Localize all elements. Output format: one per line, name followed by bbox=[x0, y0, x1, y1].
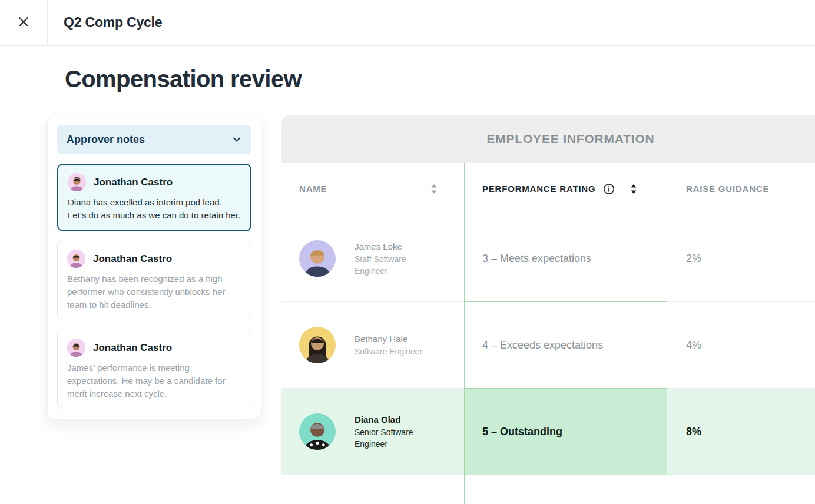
chevron-down-icon bbox=[231, 134, 242, 145]
next-column-cell bbox=[799, 215, 815, 302]
note-text: Diana has excelled as interim pod lead. … bbox=[68, 196, 241, 222]
table-row[interactable] bbox=[281, 475, 815, 504]
sort-icon[interactable] bbox=[630, 184, 637, 194]
raise-value: 2% bbox=[686, 253, 701, 265]
rating-value: 4 – Exceeds expectations bbox=[482, 339, 603, 352]
raise-guidance-cell: 4% bbox=[667, 302, 799, 389]
performance-rating-cell bbox=[464, 475, 667, 504]
compensation-review-screen: Q2 Comp Cycle Compensation review Approv… bbox=[0, 0, 815, 504]
employee-title: Senior Software Engineer bbox=[355, 426, 438, 450]
employee-title: Software Engineer bbox=[355, 346, 422, 357]
avatar bbox=[68, 173, 86, 191]
note-text: Bethany has been recognized as a high pe… bbox=[67, 273, 241, 311]
close-button[interactable] bbox=[0, 0, 48, 46]
note-card[interactable]: Jonathan Castro Diana has excelled as in… bbox=[57, 164, 251, 231]
avatar bbox=[299, 413, 336, 450]
avatar bbox=[299, 327, 336, 363]
table-row[interactable]: Bethany Hale Software Engineer 4 – Excee… bbox=[281, 302, 815, 389]
column-header-performance-rating[interactable]: PERFORMANCE RATING bbox=[464, 163, 667, 215]
note-card[interactable]: Jonathan Castro Bethany has been recogni… bbox=[57, 241, 251, 320]
table-row[interactable]: James Loke Staff Software Engineer 3 – M… bbox=[281, 215, 815, 302]
name-column-label: NAME bbox=[299, 184, 327, 194]
column-header-name[interactable]: NAME bbox=[281, 163, 464, 215]
approver-notes-toggle[interactable]: Approver notes bbox=[57, 125, 251, 154]
employee-name: Bethany Hale bbox=[355, 333, 422, 346]
performance-rating-cell[interactable]: 4 – Exceeds expectations bbox=[464, 302, 667, 389]
raise-guidance-cell: 8% bbox=[667, 389, 799, 475]
column-header-next bbox=[799, 163, 815, 215]
next-column-cell bbox=[799, 389, 815, 475]
raise-value: 8% bbox=[686, 426, 701, 438]
cycle-title: Q2 Comp Cycle bbox=[64, 15, 162, 31]
raise-guidance-column-label: RAISE GUIDANCE bbox=[686, 184, 769, 194]
group-header-label: EMPLOYEE INFORMATION bbox=[486, 132, 654, 146]
rating-value: 5 – Outstanding bbox=[482, 426, 562, 438]
note-author: Jonathan Castro bbox=[94, 177, 173, 188]
employee-name: Diana Glad bbox=[355, 413, 438, 426]
performance-rating-column-label: PERFORMANCE RATING bbox=[482, 184, 595, 194]
performance-rating-cell[interactable]: 5 – Outstanding bbox=[464, 389, 667, 475]
approver-notes-label: Approver notes bbox=[67, 134, 145, 146]
avatar bbox=[67, 250, 85, 268]
approver-notes-panel: Approver notes Jonathan Castro Diana has… bbox=[47, 115, 261, 419]
page-title: Compensation review bbox=[65, 66, 302, 92]
avatar bbox=[67, 339, 85, 357]
employee-name: James Loke bbox=[355, 240, 438, 253]
performance-rating-cell[interactable]: 3 – Meets expectations bbox=[464, 215, 667, 302]
next-column-cell bbox=[799, 302, 815, 389]
raise-value: 4% bbox=[686, 339, 701, 352]
note-author: Jonathan Castro bbox=[93, 342, 172, 354]
avatar bbox=[299, 240, 336, 277]
table-header-row: NAME PERFORMANCE RATING RAISE GUIDANCE bbox=[281, 163, 815, 215]
sort-icon[interactable] bbox=[430, 184, 438, 194]
rating-value: 3 – Meets expectations bbox=[482, 253, 591, 265]
top-bar: Q2 Comp Cycle bbox=[0, 0, 815, 46]
raise-guidance-cell: 2% bbox=[667, 215, 799, 302]
x-icon bbox=[17, 15, 30, 31]
table-row-highlighted[interactable]: Diana Glad Senior Software Engineer 5 – … bbox=[281, 389, 815, 475]
note-text: James’ performance is meeting expectatio… bbox=[67, 362, 241, 400]
table-group-header: EMPLOYEE INFORMATION bbox=[281, 115, 815, 163]
note-card[interactable]: Jonathan Castro James’ performance is me… bbox=[57, 330, 251, 409]
employee-title: Staff Software Engineer bbox=[355, 253, 438, 277]
info-icon[interactable] bbox=[603, 183, 615, 195]
note-author: Jonathan Castro bbox=[93, 253, 172, 265]
column-header-raise-guidance[interactable]: RAISE GUIDANCE bbox=[667, 163, 799, 215]
employee-table: EMPLOYEE INFORMATION NAME PERFORMANCE RA… bbox=[281, 115, 815, 504]
